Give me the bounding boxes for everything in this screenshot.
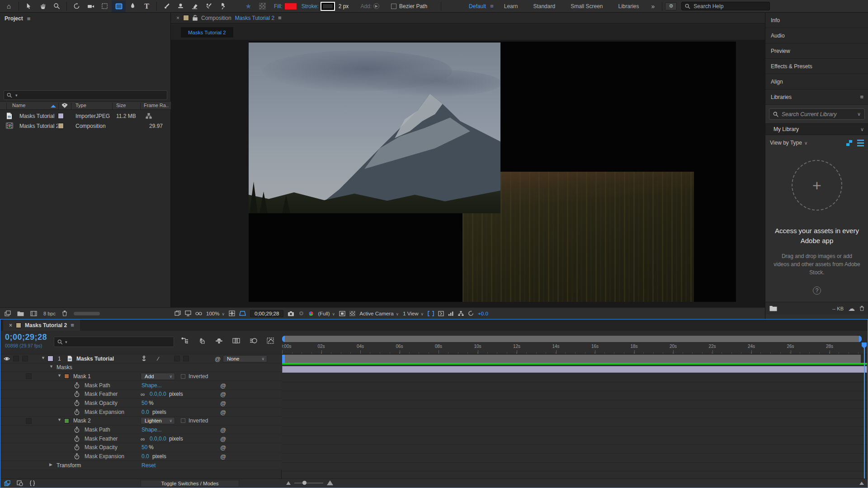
mask-row[interactable]: ▼ Mask 1 Add∨ Inverted bbox=[0, 372, 282, 381]
list-view-icon[interactable] bbox=[857, 140, 864, 146]
selection-tool-icon[interactable] bbox=[22, 0, 36, 12]
property-row[interactable]: Mask Expansion 0.0 pixels @ bbox=[0, 408, 282, 417]
workspace-tab-standard[interactable]: Standard bbox=[525, 3, 563, 9]
flowchart-icon[interactable] bbox=[458, 311, 464, 316]
mask-name[interactable]: Mask 1 bbox=[73, 373, 91, 380]
time-ruler[interactable]: 0:00s02s04s06s08s10s12s14s16s18s20s22s24… bbox=[282, 343, 867, 354]
property-row[interactable]: Mask Opacity 50 % @ bbox=[0, 443, 282, 452]
panel-tab-audio[interactable]: Audio bbox=[765, 28, 868, 43]
property-row[interactable]: Mask Feather ∞ 0.0,0.0 pixels @ bbox=[0, 434, 282, 443]
library-select-dropdown[interactable]: My Library ∨ bbox=[765, 123, 868, 135]
resolution-dropdown[interactable]: (Full)∨ bbox=[318, 311, 335, 316]
property-row[interactable]: Mask Path Shape... @ bbox=[0, 381, 282, 390]
close-icon[interactable]: × bbox=[9, 322, 12, 328]
layer-source-name[interactable]: Masks Tutorial bbox=[76, 356, 114, 362]
mask-visibility-icon[interactable] bbox=[239, 310, 246, 316]
view-layout-dropdown[interactable]: 1 View∨ bbox=[403, 311, 424, 316]
property-row[interactable]: Mask Feather ∞ 0.0,0.0 pixels @ bbox=[0, 390, 282, 399]
project-item-row[interactable]: Masks Tutorial 2 Composition 29.97 bbox=[0, 121, 171, 131]
group-twirl-icon[interactable]: ▶ bbox=[49, 462, 52, 467]
composition-panel-tab[interactable]: × Composition Masks Tutorial 2 ≡ bbox=[171, 13, 765, 23]
star-presets-icon[interactable]: ★ bbox=[241, 0, 255, 12]
timeline-search-input[interactable]: ▾ bbox=[54, 337, 174, 347]
pickwhip-icon[interactable]: @ bbox=[220, 400, 226, 407]
project-scrollbar[interactable] bbox=[74, 312, 100, 315]
camera-tool-icon[interactable] bbox=[84, 0, 98, 12]
expand-transfer-controls-icon[interactable] bbox=[17, 480, 23, 486]
hand-tool-icon[interactable] bbox=[36, 0, 50, 12]
search-options-chevron-icon[interactable]: ▾ bbox=[15, 93, 18, 98]
mask-color-swatch[interactable] bbox=[64, 374, 69, 379]
stopwatch-icon[interactable] bbox=[74, 427, 80, 433]
stopwatch-icon[interactable] bbox=[74, 453, 80, 460]
quality-switch[interactable]: ∕ bbox=[158, 356, 159, 362]
current-time-field[interactable]: 0;00;29;28 bbox=[5, 333, 47, 342]
project-search-input[interactable]: ▾ bbox=[4, 90, 167, 100]
camera-dropdown[interactable]: Active Camera∨ bbox=[359, 311, 399, 316]
zoom-out-mountain-icon[interactable] bbox=[286, 481, 291, 485]
column-size[interactable]: Size bbox=[116, 103, 126, 108]
home-icon[interactable]: ⌂ bbox=[2, 0, 16, 12]
zoom-in-mountain-icon[interactable] bbox=[327, 480, 333, 485]
parent-pickwhip-icon[interactable]: @ bbox=[215, 356, 221, 362]
3d-glasses-icon[interactable] bbox=[195, 311, 202, 316]
comp-label-color-swatch[interactable] bbox=[183, 15, 189, 21]
add-asset-drop-target[interactable]: + bbox=[792, 160, 842, 211]
workspace-tab-libraries[interactable]: Libraries bbox=[611, 3, 647, 9]
timeline-navigator-bar[interactable] bbox=[282, 336, 862, 342]
frame-blending-icon[interactable] bbox=[232, 338, 240, 344]
workspace-overflow-chevron[interactable]: » bbox=[651, 3, 655, 10]
property-row[interactable]: Mask Expansion 0.0 pixels @ bbox=[0, 452, 282, 461]
stopwatch-icon[interactable] bbox=[74, 391, 80, 397]
transform-group-row[interactable]: ▶ Transform Reset bbox=[0, 461, 282, 470]
property-row[interactable]: Mask Opacity 50 % @ bbox=[0, 399, 282, 408]
stroke-label[interactable]: Stroke: bbox=[302, 3, 319, 9]
workspace-tab-small-screen[interactable]: Small Screen bbox=[563, 3, 610, 9]
comp-panel-menu-icon[interactable]: ≡ bbox=[278, 14, 282, 21]
link-dimensions-icon[interactable]: ∞ bbox=[141, 391, 145, 398]
exposure-value[interactable]: +0.0 bbox=[478, 311, 488, 316]
transform-reset-link[interactable]: Reset bbox=[142, 462, 156, 469]
stroke-color-swatch[interactable] bbox=[321, 3, 334, 10]
bezier-path-checkbox[interactable] bbox=[391, 4, 396, 9]
work-area-start-handle[interactable] bbox=[282, 355, 285, 363]
roto-brush-tool-icon[interactable] bbox=[202, 0, 216, 12]
expand-layer-switches-icon[interactable] bbox=[4, 480, 10, 486]
mask-twirl-icon[interactable]: ▼ bbox=[57, 373, 61, 378]
transparency-grid-icon[interactable] bbox=[255, 0, 269, 12]
toggle-switches-modes-button[interactable]: Toggle Switches / Modes bbox=[141, 480, 239, 487]
mask-row[interactable]: ▼ Mask 2 Lighten∨ Inverted bbox=[0, 417, 282, 426]
stopwatch-icon[interactable] bbox=[74, 400, 80, 406]
pan-behind-tool-icon[interactable] bbox=[98, 0, 112, 12]
property-value[interactable]: Shape... bbox=[142, 427, 162, 433]
pickwhip-icon[interactable]: @ bbox=[220, 391, 226, 398]
pickwhip-icon[interactable]: @ bbox=[220, 444, 226, 451]
pickwhip-icon[interactable]: @ bbox=[220, 436, 226, 442]
pickwhip-icon[interactable]: @ bbox=[220, 409, 226, 416]
parent-dropdown[interactable]: None∨ bbox=[223, 355, 267, 362]
property-value[interactable]: 0.0,0.0 bbox=[150, 436, 166, 442]
link-dimensions-icon[interactable]: ∞ bbox=[141, 436, 145, 442]
clone-stamp-tool-icon[interactable] bbox=[174, 0, 188, 12]
expand-in-out-duration-icon[interactable] bbox=[29, 480, 35, 486]
layer-color-swatch[interactable] bbox=[47, 356, 53, 361]
project-item-row[interactable]: Masks Tutorial ImporterJPEG 11.2 MB bbox=[0, 111, 171, 121]
collapse-switch-icon[interactable] bbox=[142, 356, 146, 361]
bit-depth-button[interactable]: 8 bpc bbox=[43, 311, 56, 316]
workspace-menu-icon[interactable]: ≡ bbox=[490, 3, 494, 9]
grid-view-icon[interactable] bbox=[846, 140, 853, 146]
motion-blur-icon[interactable] bbox=[250, 338, 257, 344]
unlock-icon[interactable] bbox=[193, 15, 198, 21]
add-chevron-icon[interactable]: ▶ bbox=[373, 3, 379, 9]
mask-color-swatch[interactable] bbox=[64, 418, 69, 423]
rectangle-tool-icon[interactable] bbox=[112, 0, 126, 12]
timeline-menu-icon[interactable]: ≡ bbox=[71, 322, 74, 328]
property-value[interactable]: 50 bbox=[142, 444, 147, 450]
column-frame-rate[interactable]: Frame Ra.. bbox=[144, 103, 169, 108]
panel-tab-align[interactable]: Align bbox=[765, 74, 868, 89]
brush-tool-icon[interactable] bbox=[160, 0, 174, 12]
magnification-dropdown[interactable]: 100%∨ bbox=[206, 311, 225, 316]
show-channel-icon[interactable] bbox=[308, 311, 314, 316]
mask-twirl-icon[interactable]: ▼ bbox=[57, 418, 61, 422]
draft-3d-icon[interactable] bbox=[198, 338, 206, 344]
